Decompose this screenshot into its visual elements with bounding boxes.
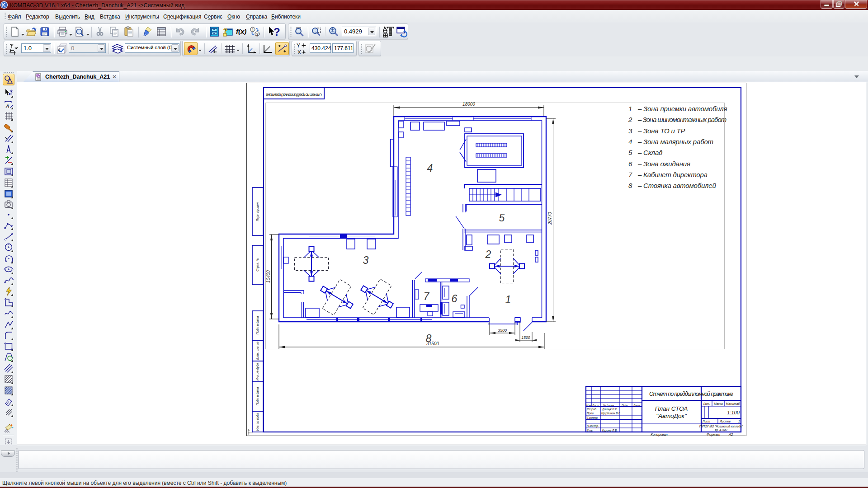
svg-text:Лист: Лист xyxy=(702,420,710,423)
svg-text:Подп. и дата: Подп. и дата xyxy=(256,387,259,405)
svg-text:8: 8 xyxy=(426,333,432,344)
svg-text:18000: 18000 xyxy=(462,102,475,107)
svg-text:Щербинин В.Г.: Щербинин В.Г. xyxy=(601,412,621,415)
svg-text:Подп. и дата: Подп. и дата xyxy=(256,316,259,334)
svg-text:3500: 3500 xyxy=(498,328,507,333)
svg-text:f(x): f(x) xyxy=(236,28,246,35)
svg-text:1: 1 xyxy=(252,28,254,32)
svg-text:1500: 1500 xyxy=(522,335,530,340)
svg-text:Взам. инв. №: Взам. инв. № xyxy=(256,342,259,360)
svg-text:1: 1 xyxy=(628,105,632,113)
svg-text:Т.контр.: Т.контр. xyxy=(587,416,598,420)
svg-text:Инв. № подл.: Инв. № подл. xyxy=(256,413,259,431)
svg-text:1: 1 xyxy=(505,294,511,305)
svg-text:1:100: 1:100 xyxy=(727,410,740,415)
svg-text:6: 6 xyxy=(452,293,458,305)
svg-text:3: 3 xyxy=(628,127,632,135)
svg-text:А2: А2 xyxy=(728,432,733,436)
svg-text:– Кабинет директора: – Кабинет директора xyxy=(637,171,708,178)
svg-text:Подп.: Подп. xyxy=(622,404,628,407)
svg-text:20770: 20770 xyxy=(547,212,552,225)
svg-text:Инв. № дубл.: Инв. № дубл. xyxy=(256,362,259,380)
svg-text:10400: 10400 xyxy=(266,270,271,283)
svg-text:Дата: Дата xyxy=(633,404,641,407)
svg-text:?: ? xyxy=(274,26,280,38)
svg-text:Отчёт по преддипломной практик: Отчёт по преддипломной практике xyxy=(266,93,322,97)
svg-text:2: 2 xyxy=(628,116,632,123)
svg-text:Y: Y xyxy=(297,42,300,49)
svg-text:– Склад: – Склад xyxy=(637,149,662,156)
svg-text:4: 4 xyxy=(628,138,632,145)
svg-text:Масштаб: Масштаб xyxy=(726,402,740,405)
svg-text:ГБПОУ МО "Ногинский колледж": ГБПОУ МО "Ногинский колледж" xyxy=(699,425,743,428)
svg-text:Изм.: Изм. xyxy=(586,404,592,407)
svg-text:– Стоянка автомобилей: – Стоянка автомобилей xyxy=(637,182,716,189)
svg-text:– Зона ТО и ТР: – Зона ТО и ТР xyxy=(637,127,685,135)
svg-text:Лит.: Лит. xyxy=(703,402,710,405)
svg-text:X: X xyxy=(297,49,301,56)
svg-text:Кузина Л.В.: Кузина Л.В. xyxy=(602,429,618,432)
svg-text:8: 8 xyxy=(628,182,632,189)
svg-text:2: 2 xyxy=(256,32,259,37)
svg-text:Формат: Формат xyxy=(707,432,720,436)
svg-text:Перв. примен.: Перв. примен. xyxy=(256,202,259,221)
svg-text:3: 3 xyxy=(363,254,369,266)
svg-text:Масса: Масса xyxy=(714,402,723,405)
svg-text:– Зона шиномонтажных работ: – Зона шиномонтажных работ xyxy=(637,116,726,123)
svg-text:Листов: Листов xyxy=(719,420,731,423)
svg-text:7: 7 xyxy=(628,171,632,178)
svg-text:Справ. №: Справ. № xyxy=(256,258,259,272)
svg-text:A: A xyxy=(5,103,9,109)
svg-text:Разраб.: Разраб. xyxy=(587,408,597,411)
svg-text:Пров.: Пров. xyxy=(587,412,594,415)
svg-text:Лист: Лист xyxy=(592,404,599,407)
svg-text:– Зона ожидания: – Зона ожидания xyxy=(637,160,690,168)
svg-text:Данчук В.Р.: Данчук В.Р. xyxy=(602,408,617,411)
svg-text:Утв.: Утв. xyxy=(586,429,593,432)
svg-text:5: 5 xyxy=(628,149,632,156)
svg-text:План СТОА: План СТОА xyxy=(655,405,688,412)
svg-text:?: ? xyxy=(223,27,227,34)
svg-text:гр. 4.0М2: гр. 4.0М2 xyxy=(715,428,727,432)
svg-text:"АвтоДок": "АвтоДок" xyxy=(656,413,687,419)
svg-text:4: 4 xyxy=(427,162,433,174)
svg-text:6: 6 xyxy=(628,160,632,168)
svg-text:7: 7 xyxy=(424,291,430,302)
svg-text:– Зона приемки автомобиля: – Зона приемки автомобиля xyxy=(637,105,727,113)
svg-text:2: 2 xyxy=(485,249,491,260)
svg-text:Н.контр.: Н.контр. xyxy=(587,424,599,428)
svg-text:1: 1 xyxy=(738,420,740,423)
svg-text:Отчёт по преддипломной практик: Отчёт по преддипломной практике xyxy=(649,391,733,397)
svg-text:– Зона малярных работ: – Зона малярных работ xyxy=(637,138,713,145)
svg-text:№ докум.: № докум. xyxy=(603,404,615,407)
svg-text:Копировал: Копировал xyxy=(651,432,668,436)
svg-text:5: 5 xyxy=(499,212,505,224)
